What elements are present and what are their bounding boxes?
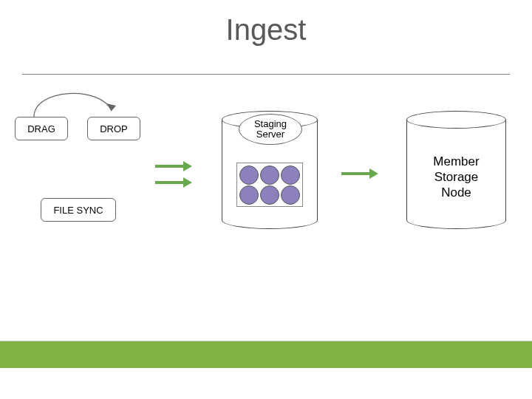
arrow-icon: [155, 177, 192, 188]
member-storage-cylinder: Member Storage Node: [406, 111, 506, 229]
member-label-line2: Storage: [406, 169, 506, 185]
arrow-icon: [341, 168, 378, 179]
slide-title: Ingest: [0, 13, 532, 47]
member-label-line1: Member: [406, 154, 506, 169]
item-dot-icon: [260, 166, 279, 185]
filesync-box: FILE SYNC: [41, 198, 116, 222]
staging-label-line2: Server: [256, 129, 284, 140]
item-dot-icon: [239, 185, 259, 205]
divider: [22, 74, 510, 75]
staging-items-grid: [236, 163, 303, 207]
drag-box: DRAG: [15, 117, 68, 140]
item-dot-icon: [260, 185, 279, 205]
staging-server-label: Staging Server: [239, 114, 302, 145]
item-dot-icon: [281, 185, 300, 205]
member-label-line3: Node: [406, 185, 506, 200]
staging-label-line1: Staging: [254, 119, 287, 129]
curved-arrow-icon: [19, 81, 123, 118]
staging-server-cylinder: Staging Server: [222, 111, 318, 229]
item-dot-icon: [281, 166, 300, 185]
member-storage-label: Member Storage Node: [406, 154, 506, 200]
svg-marker-0: [106, 103, 116, 111]
footer-bar: [0, 341, 532, 368]
arrow-icon: [155, 161, 192, 171]
drop-box: DROP: [87, 117, 140, 140]
item-dot-icon: [239, 166, 259, 185]
